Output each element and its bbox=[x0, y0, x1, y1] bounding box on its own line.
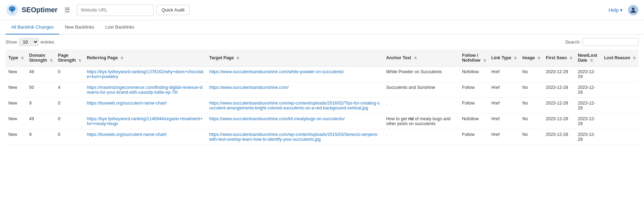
table-cell: New bbox=[6, 98, 26, 114]
table-cell: No bbox=[519, 114, 543, 129]
table-cell: 50 bbox=[26, 82, 55, 98]
table-cell: Href bbox=[489, 114, 520, 129]
link[interactable]: https://www.succulentsandsunshine.com/wp… bbox=[209, 132, 378, 142]
search-area: Search: bbox=[565, 38, 638, 46]
link[interactable]: https://www.succulentsandsunshine.com/ bbox=[209, 85, 289, 90]
col-new-lost-date[interactable]: New/LostDate ⇅ bbox=[575, 49, 602, 67]
table-cell: 2023-12-28 bbox=[575, 98, 602, 114]
table-cell: 2023-12-29 bbox=[543, 67, 575, 82]
hamburger-button[interactable]: ☰ bbox=[62, 5, 73, 15]
col-image[interactable]: Image ⇅ bbox=[519, 49, 543, 67]
table-cell[interactable]: https://www.succulentsandsunshine.com/wp… bbox=[206, 129, 383, 145]
link[interactable]: https://www.succulentsandsunshine.com/wp… bbox=[209, 101, 379, 110]
link[interactable]: https://bye.fyi/keyword-ranking/1378162/… bbox=[87, 69, 203, 79]
table-cell: Href bbox=[489, 82, 520, 98]
col-link-type[interactable]: Link Type ⇅ bbox=[489, 49, 520, 67]
anchor-text-cell: How to get rid of mealy bugs and other p… bbox=[383, 114, 459, 129]
table-cell[interactable]: https://bceweb.org/succulent-name-chart/ bbox=[84, 129, 206, 145]
table-cell[interactable]: https://www.succulentsandsunshine.com/wh… bbox=[206, 67, 383, 82]
table-cell: 0 bbox=[55, 67, 84, 82]
table-cell: 2023-12-28 bbox=[543, 82, 575, 98]
sort-icon-ps: ⇅ bbox=[78, 59, 81, 62]
table-cell bbox=[601, 98, 638, 114]
col-page-strength[interactable]: PageStrength ⇅ bbox=[55, 49, 84, 67]
table-row: New504https://maximizingecommerce.com/fi… bbox=[6, 82, 638, 98]
col-domain-strength[interactable]: DomainStrength ⇅ bbox=[26, 49, 55, 67]
table-cell: 2023-12-28 bbox=[575, 82, 602, 98]
backlinks-table: Type ⇅ DomainStrength ⇅ PageStrength ⇅ R… bbox=[6, 49, 638, 145]
table-cell[interactable]: https://bye.fyi/keyword-ranking/1140944/… bbox=[84, 114, 206, 129]
search-label: Search: bbox=[565, 39, 581, 45]
table-row: New490https://bye.fyi/keyword-ranking/11… bbox=[6, 114, 638, 129]
sort-icon-type: ⇅ bbox=[21, 56, 24, 60]
col-lost-reason[interactable]: Lost Reason ⇅ bbox=[601, 49, 638, 67]
search-input[interactable] bbox=[583, 38, 638, 46]
anchor-text-cell: Succulents and Sunshine bbox=[383, 82, 459, 98]
tab-all-backlink-changes[interactable]: All Backlink Changes bbox=[6, 20, 59, 34]
table-cell[interactable]: https://www.succulentsandsunshine.com/ bbox=[206, 82, 383, 98]
entries-label: entries bbox=[41, 39, 54, 45]
svg-point-2 bbox=[632, 7, 634, 10]
link[interactable]: https://bye.fyi/keyword-ranking/1140944/… bbox=[87, 116, 203, 126]
anchor-text-cell: . bbox=[383, 129, 459, 145]
table-cell: No bbox=[519, 129, 543, 145]
sort-icon-ds: ⇅ bbox=[50, 59, 53, 62]
col-first-seen[interactable]: First Seen ⇅ bbox=[543, 49, 575, 67]
table-cell: New bbox=[6, 129, 26, 145]
table-cell: Href bbox=[489, 129, 520, 145]
table-cell: Follow bbox=[459, 98, 488, 114]
table-cell: 2023-12-29 bbox=[575, 67, 602, 82]
table-cell: 0 bbox=[55, 98, 84, 114]
user-avatar[interactable] bbox=[628, 5, 638, 15]
table-cell[interactable]: https://bceweb.org/succulent-name-chart/ bbox=[84, 98, 206, 114]
link[interactable]: https://bceweb.org/succulent-name-chart/ bbox=[87, 132, 166, 137]
table-cell bbox=[601, 129, 638, 145]
link[interactable]: https://maximizingecommerce.com/finding-… bbox=[87, 85, 203, 95]
logo-icon bbox=[6, 3, 19, 17]
sort-icon-fn: ⇅ bbox=[483, 59, 486, 62]
col-referring-page[interactable]: Referring Page ⇅ bbox=[84, 49, 206, 67]
table-cell bbox=[601, 82, 638, 98]
table-cell: Nofollow bbox=[459, 114, 488, 129]
show-entries-control: Show 10 25 50 100 entries bbox=[6, 38, 54, 46]
tab-new-backlinks[interactable]: New Backlinks bbox=[59, 20, 100, 34]
table-row: New90https://bceweb.org/succulent-name-c… bbox=[6, 98, 638, 114]
table-cell: 49 bbox=[26, 67, 55, 82]
col-follow-nofollow[interactable]: Follow /Nofollow ⇅ bbox=[459, 49, 488, 67]
tabs-bar: All Backlink Changes New Backlinks Lost … bbox=[0, 20, 644, 34]
table-cell: 2023-12-28 bbox=[543, 98, 575, 114]
table-cell: No bbox=[519, 98, 543, 114]
table-cell[interactable]: https://www.succulentsandsunshine.com/wp… bbox=[206, 98, 383, 114]
col-anchor-text[interactable]: Anchor Text ⇅ bbox=[383, 49, 459, 67]
table-row: New490https://bye.fyi/keyword-ranking/13… bbox=[6, 67, 638, 82]
table-cell: Href bbox=[489, 98, 520, 114]
entries-select[interactable]: 10 25 50 100 bbox=[19, 38, 39, 46]
table-cell: 2023-12-28 bbox=[575, 114, 602, 129]
link[interactable]: https://bceweb.org/succulent-name-chart/ bbox=[87, 101, 166, 106]
table-cell: 9 bbox=[26, 129, 55, 145]
col-target-page[interactable]: Target Page ⇅ bbox=[206, 49, 383, 67]
help-button[interactable]: Help ▾ bbox=[608, 7, 622, 13]
link[interactable]: https://www.succulentsandsunshine.com/wh… bbox=[209, 69, 344, 74]
anchor-text-cell: White Powder on Succulents bbox=[383, 67, 459, 82]
table-cell[interactable]: https://www.succulentsandsunshine.com/ki… bbox=[206, 114, 383, 129]
table-cell: Nofollow bbox=[459, 67, 488, 82]
link[interactable]: https://www.succulentsandsunshine.com/ki… bbox=[209, 116, 345, 121]
quick-audit-button[interactable]: Quick Audit bbox=[156, 5, 190, 15]
table-cell[interactable]: https://bye.fyi/keyword-ranking/1378162/… bbox=[84, 67, 206, 82]
sort-icon-tp: ⇅ bbox=[236, 56, 239, 60]
table-cell bbox=[601, 114, 638, 129]
tab-lost-backlinks[interactable]: Lost Backlinks bbox=[100, 20, 140, 34]
table-cell: No bbox=[519, 67, 543, 82]
table-row: New90https://bceweb.org/succulent-name-c… bbox=[6, 129, 638, 145]
table-header-row: Type ⇅ DomainStrength ⇅ PageStrength ⇅ R… bbox=[6, 49, 638, 67]
table-cell: 2023-12-28 bbox=[543, 114, 575, 129]
table-cell: New bbox=[6, 114, 26, 129]
sort-icon-nld: ⇅ bbox=[590, 59, 593, 62]
col-type[interactable]: Type ⇅ bbox=[6, 49, 26, 67]
url-input[interactable] bbox=[77, 4, 154, 16]
sort-icon-rp: ⇅ bbox=[120, 56, 123, 60]
show-label: Show bbox=[6, 39, 17, 45]
table-cell[interactable]: https://maximizingecommerce.com/finding-… bbox=[84, 82, 206, 98]
header-right: Help ▾ bbox=[608, 5, 638, 15]
